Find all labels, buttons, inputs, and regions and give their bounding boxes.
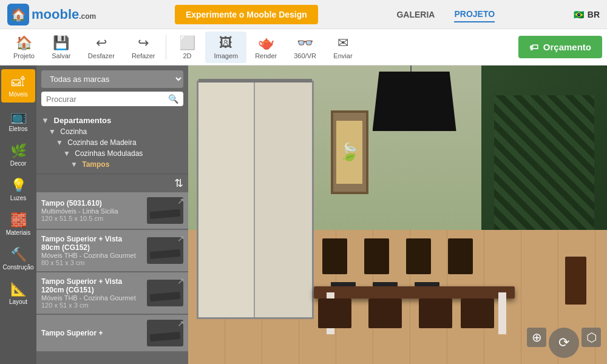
- panel-header: Todas as marcas 🔍: [36, 66, 188, 111]
- tool-projeto-label: Projeto: [13, 52, 35, 59]
- zoom-icon[interactable]: ⊕: [527, 328, 546, 347]
- 2d-icon: ⬜: [179, 35, 195, 51]
- tree-item-cozinha[interactable]: ▼ Cozinha: [41, 126, 183, 137]
- sidebar-item-materiais[interactable]: 🧱 Materiais: [1, 207, 35, 241]
- logo-area: mooble.com: [7, 4, 96, 25]
- try-button[interactable]: Experimente o Mooble Design: [175, 5, 318, 24]
- tree-arrow: ▼: [63, 149, 70, 158]
- table-item-1: [331, 282, 356, 286]
- picture-content: 🍃: [336, 121, 362, 184]
- add-product-icon[interactable]: ↗: [177, 276, 185, 286]
- image-icon: 🖼: [219, 35, 232, 51]
- layout-icon: 📐: [10, 281, 27, 297]
- render-icon: 🫖: [258, 35, 274, 51]
- tab-projeto[interactable]: PROJETO: [454, 7, 495, 22]
- tv-icon: 📺: [10, 109, 27, 124]
- plant-icon: 🌿: [10, 143, 27, 159]
- product-dims: 80 x 51 x 3 cm: [41, 259, 142, 266]
- sidebar-materiais-label: Materiais: [6, 229, 31, 236]
- tool-salvar-label: Salvar: [52, 52, 70, 59]
- tree-arrow: ▼: [41, 116, 49, 125]
- 3d-canvas[interactable]: 🍃 ⊕: [188, 66, 607, 364]
- sort-bar: ⇅: [36, 174, 188, 192]
- product-info: Tampo (5031.610) Multimóveis - Linha Sic…: [41, 199, 142, 222]
- product-brand: Móveis THB - Cozinha Gourmet: [41, 252, 142, 259]
- picture-frame: 🍃: [331, 110, 368, 194]
- chair-front-2: [368, 298, 402, 328]
- product-info: Tampo Superior + Vista 120cm (CG151) Móv…: [41, 277, 142, 309]
- tree-label-madeira: Cozinhas de Madeira: [67, 138, 136, 147]
- rotate-icon[interactable]: ⟳: [549, 328, 579, 358]
- sidebar-item-decor[interactable]: 🌿 Decor: [1, 138, 35, 172]
- tree-item-cozinhas-moduladas[interactable]: ▼ Cozinhas Moduladas: [41, 148, 183, 159]
- main-area: 🛋 Móveis 📺 Eletros 🌿 Decor 💡 Luzes 🧱 Mat…: [0, 66, 607, 364]
- search-input[interactable]: [46, 95, 168, 104]
- category-tree: ▼ Departamentos ▼ Cozinha ▼ Cozinhas de …: [36, 111, 188, 174]
- sidebar-item-eletros[interactable]: 📺 Eletros: [1, 104, 35, 137]
- door-panel-left: [198, 83, 256, 318]
- tool-render[interactable]: 🫖 Render: [246, 32, 285, 63]
- product-name: Tampo (5031.610): [41, 199, 142, 207]
- sidebar: 🛋 Móveis 📺 Eletros 🌿 Decor 💡 Luzes 🧱 Mat…: [0, 66, 36, 364]
- product-info: Tampo Superior + Vista 80cm (CG152) Móve…: [41, 235, 142, 266]
- list-item[interactable]: Tampo Superior + ↗: [36, 315, 188, 351]
- lang-area[interactable]: 🇧🇷 BR: [574, 10, 600, 19]
- tool-enviar-label: Enviar: [333, 52, 352, 59]
- orcamento-button[interactable]: 🏷 Orçamento: [518, 36, 602, 58]
- orcamento-label: Orçamento: [543, 42, 591, 52]
- sidebar-item-luzes[interactable]: 💡 Luzes: [1, 173, 35, 206]
- list-item[interactable]: Tampo Superior + Vista 80cm (CG152) Móve…: [36, 230, 188, 271]
- tool-360vr[interactable]: 👓 360/VR: [285, 32, 325, 63]
- hammer-icon: 🔨: [10, 247, 27, 263]
- header: mooble.com Experimente o Mooble Design G…: [0, 0, 607, 29]
- sidebar-item-moveis[interactable]: 🛋 Móveis: [1, 69, 35, 103]
- chair-front-3: [419, 298, 452, 328]
- tool-refazer[interactable]: ↪ Refazer: [123, 32, 164, 63]
- tool-enviar[interactable]: ✉ Enviar: [325, 32, 361, 63]
- tool-projeto[interactable]: 🏠 Projeto: [5, 32, 43, 63]
- product-dims: 120 x 51 x 3 cm: [41, 302, 142, 309]
- sidebar-decor-label: Decor: [10, 160, 27, 167]
- sort-icon[interactable]: ⇅: [174, 177, 183, 190]
- add-product-icon[interactable]: ↗: [177, 234, 185, 243]
- cube-icon[interactable]: ⬡: [582, 328, 601, 347]
- tool-2d-label: 2D: [183, 52, 191, 59]
- brick-icon: 🧱: [10, 212, 27, 228]
- list-item[interactable]: Tampo (5031.610) Multimóveis - Linha Sic…: [36, 192, 188, 229]
- tree-arrow: ▼: [70, 160, 78, 169]
- tool-desfazer[interactable]: ↩ Desfazer: [80, 32, 123, 63]
- tree-arrow: ▼: [56, 138, 63, 147]
- home-icon: 🏠: [16, 35, 32, 51]
- tree-label-cozinha: Cozinha: [60, 127, 87, 136]
- product-panel: Todas as marcas 🔍 ▼ Departamentos ▼ Cozi…: [36, 66, 188, 364]
- chair-back-4: [448, 238, 473, 274]
- search-icon: 🔍: [168, 94, 178, 104]
- bulb-icon: 💡: [10, 178, 27, 194]
- tab-galeria[interactable]: GALERIA: [396, 7, 435, 22]
- add-product-icon[interactable]: ↗: [177, 318, 185, 328]
- chair-back-3: [406, 238, 431, 274]
- sidebar-item-construcao[interactable]: 🔨 Construção: [1, 242, 35, 275]
- sidebar-item-layout[interactable]: 📐 Layout: [1, 277, 35, 310]
- tree-item-cozinhas-madeira[interactable]: ▼ Cozinhas de Madeira: [41, 137, 183, 148]
- send-icon: ✉: [337, 35, 348, 51]
- list-item[interactable]: Tampo Superior + Vista 120cm (CG151) Móv…: [36, 272, 188, 314]
- lang-code: BR: [588, 10, 600, 19]
- product-dims: 120 x 51.5 x 10.5 cm: [41, 215, 142, 222]
- chair-front-4: [461, 298, 494, 328]
- logo-icon: [7, 4, 29, 25]
- tree-item-tampos[interactable]: ▼ Tampos: [41, 159, 183, 170]
- sofa-icon: 🛋: [12, 74, 25, 90]
- search-box: 🔍: [41, 92, 183, 106]
- tree-item-departamentos[interactable]: ▼ Departamentos: [41, 115, 183, 126]
- add-product-icon[interactable]: ↗: [177, 196, 185, 206]
- tool-360vr-label: 360/VR: [294, 52, 316, 59]
- tool-imagem[interactable]: 🖼 Imagem: [205, 32, 246, 63]
- chair-back-1: [322, 238, 347, 274]
- tool-2d[interactable]: ⬜ 2D: [169, 32, 205, 63]
- tree-label-tampos: Tampos: [82, 160, 109, 169]
- brand-select[interactable]: Todas as marcas: [41, 70, 183, 88]
- tool-salvar[interactable]: 💾 Salvar: [43, 32, 80, 63]
- undo-icon: ↩: [96, 35, 107, 51]
- table-item-2: [373, 282, 398, 286]
